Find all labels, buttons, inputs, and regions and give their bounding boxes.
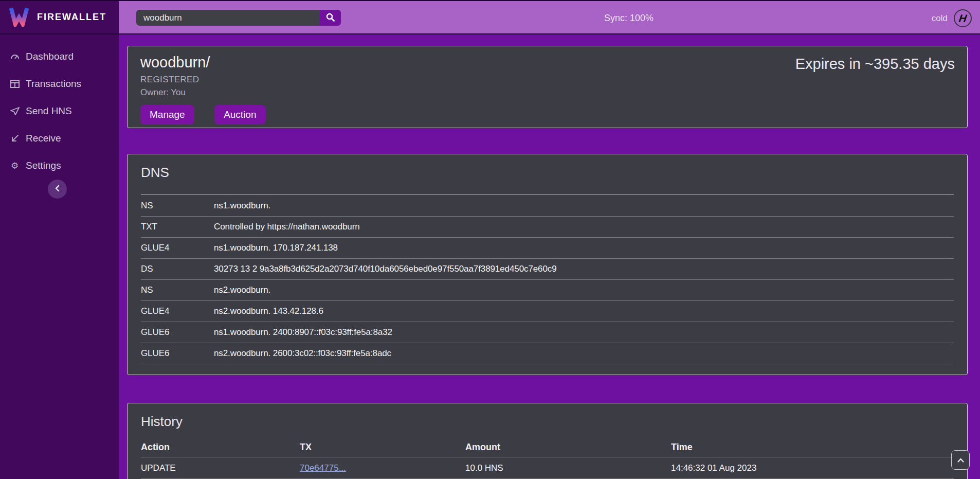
sidebar: FIREWALLET Dashboard Transactions Send H…: [0, 0, 119, 479]
wallet-status-group: cold H: [932, 1, 972, 36]
dns-record-row: GLUE6 ns2.woodburn. 2600:3c02::f03c:93ff…: [141, 343, 954, 364]
dns-record-type: TXT: [141, 222, 214, 232]
sidebar-item-label: Transactions: [26, 78, 81, 90]
brand-header: FIREWALLET: [0, 0, 119, 34]
dns-record-row: NS ns2.woodburn.: [141, 279, 954, 300]
history-amount: 10.0 HNS: [465, 463, 671, 473]
column-header-tx: TX: [300, 442, 465, 453]
dns-record-type: DS: [141, 264, 214, 274]
sidebar-item-dashboard[interactable]: Dashboard: [0, 48, 119, 65]
dns-record-value: ns1.woodburn. 2400:8907::f03c:93ff:fe5a:…: [214, 327, 392, 338]
column-header-amount: Amount: [465, 442, 671, 453]
receive-icon: [10, 134, 20, 143]
sidebar-item-settings[interactable]: ⚙ Settings: [0, 157, 119, 174]
sync-status: Sync: 100%: [604, 1, 654, 36]
sidebar-item-label: Receive: [26, 133, 61, 144]
gear-icon: ⚙: [10, 162, 20, 170]
expiry-label: Expires in ~395.35 days: [795, 56, 955, 73]
dns-record-value: ns2.woodburn.: [214, 285, 270, 295]
tx-link[interactable]: 70e64775...: [300, 463, 346, 473]
history-card: History Action TX Amount Time UPDATE 70e…: [127, 403, 968, 479]
sidebar-item-label: Dashboard: [26, 51, 74, 62]
dns-record-type: GLUE4: [141, 243, 214, 253]
column-header-time: Time: [671, 442, 954, 453]
dns-record-row: GLUE6 ns1.woodburn. 2400:8907::f03c:93ff…: [141, 322, 954, 343]
history-table: Action TX Amount Time UPDATE 70e64775...…: [141, 437, 954, 479]
dashboard-icon: [10, 52, 20, 61]
dns-card: DNS NS ns1.woodburn. TXT Controlled by h…: [127, 154, 968, 375]
dns-record-value: ns1.woodburn.: [214, 201, 270, 211]
dns-title: DNS: [141, 165, 954, 181]
search-button[interactable]: [320, 10, 341, 26]
domain-status: REGISTERED: [140, 75, 955, 85]
chevron-up-icon: [957, 456, 964, 464]
dns-record-type: GLUE4: [141, 306, 214, 316]
dns-record-value: ns2.woodburn. 143.42.128.6: [214, 306, 323, 316]
dns-record-type: GLUE6: [141, 348, 214, 359]
dns-records-table: NS ns1.woodburn. TXT Controlled by https…: [141, 194, 954, 364]
search-group: [136, 10, 341, 26]
transactions-icon: [10, 80, 20, 88]
domain-owner: Owner: You: [140, 87, 955, 98]
topbar: Sync: 100% cold H: [119, 0, 980, 34]
dns-record-type: GLUE6: [141, 327, 214, 338]
brand-name: FIREWALLET: [37, 12, 106, 23]
history-action: UPDATE: [141, 463, 300, 473]
dns-record-row: GLUE4 ns2.woodburn. 143.42.128.6: [141, 300, 954, 322]
history-header-row: Action TX Amount Time: [141, 437, 954, 457]
search-icon: [326, 13, 335, 23]
sidebar-item-label: Settings: [26, 160, 61, 171]
dns-record-row: TXT Controlled by https://nathan.woodbur…: [141, 216, 954, 237]
auction-button[interactable]: Auction: [214, 105, 265, 125]
sidebar-item-send-hns[interactable]: Send HNS: [0, 102, 119, 120]
chevron-left-icon: [55, 185, 61, 193]
domain-actions: Manage Auction: [140, 105, 955, 125]
sidebar-item-label: Send HNS: [26, 105, 72, 117]
dns-record-value: 30273 13 2 9a3a8fb3d625d2a2073d740f10da6…: [214, 264, 557, 274]
dns-record-row: DS 30273 13 2 9a3a8fb3d625d2a2073d740f10…: [141, 258, 954, 279]
dns-record-type: NS: [141, 285, 214, 295]
history-row: UPDATE 70e64775... 10.0 HNS 14:46:32 01 …: [141, 457, 954, 478]
column-header-action: Action: [141, 442, 300, 453]
scroll-to-top-button[interactable]: [951, 450, 970, 470]
sidebar-item-transactions[interactable]: Transactions: [0, 75, 119, 93]
dns-record-value: ns2.woodburn. 2600:3c02::f03c:93ff:fe5a:…: [214, 348, 391, 359]
dns-record-type: NS: [141, 201, 214, 211]
collapse-sidebar-button[interactable]: [48, 180, 67, 199]
history-title: History: [141, 414, 954, 430]
dns-record-value: Controlled by https://nathan.woodburn: [214, 222, 360, 232]
dns-record-row: GLUE4 ns1.woodburn. 170.187.241.138: [141, 237, 954, 258]
domain-summary-card: woodburn/ REGISTERED Owner: You Manage A…: [127, 46, 968, 128]
history-rows: UPDATE 70e64775... 10.0 HNS 14:46:32 01 …: [141, 457, 954, 479]
handshake-logo-icon: H: [954, 9, 972, 27]
dns-record-value: ns1.woodburn. 170.187.241.138: [214, 243, 338, 253]
main-content: woodburn/ REGISTERED Owner: You Manage A…: [119, 0, 980, 479]
send-icon: [10, 107, 20, 115]
manage-button[interactable]: Manage: [140, 105, 194, 125]
firewallet-logo-icon: [8, 6, 30, 29]
wallet-type-badge: cold: [932, 13, 948, 24]
history-time: 14:46:32 01 Aug 2023: [671, 463, 954, 473]
dns-record-row: NS ns1.woodburn.: [141, 195, 954, 216]
sidebar-nav: Dashboard Transactions Send HNS Receive …: [0, 34, 119, 174]
sidebar-item-receive[interactable]: Receive: [0, 130, 119, 147]
search-input[interactable]: [136, 10, 320, 26]
